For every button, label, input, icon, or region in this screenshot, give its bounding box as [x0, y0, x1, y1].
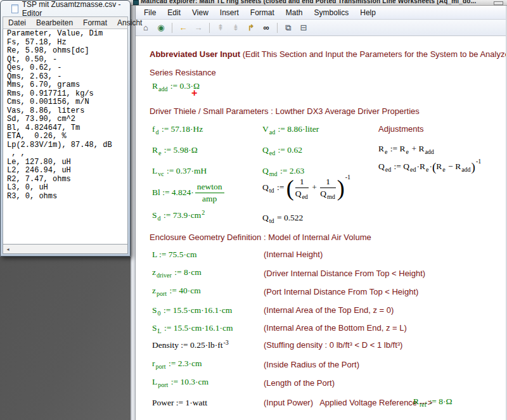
editor-title: TSP mit Zusamtzmasse.csv - Editor — [22, 0, 128, 18]
math-qtd-def[interactable]: Qtd := (1Qed + 1Qmd)-1 — [262, 177, 350, 199]
math-bl[interactable]: Bl := 4.824·newtonamp — [152, 182, 226, 204]
comment-top-area: (Internal Area of the Top End, z = 0) — [264, 305, 394, 315]
math-qmd[interactable]: Qmd := 2.63 — [262, 166, 304, 176]
editor-line: Lp(2.83V/1m), 87.48, dB — [7, 141, 127, 150]
heading-enclosure: Enclosure Geometry Definition : Model of… — [150, 232, 371, 242]
editor-line: Re, 5.98, ohms[dc] — [7, 47, 127, 56]
heading-series-resistance: Series Resistance — [150, 68, 216, 77]
editor-line: Qms, 2.63, - — [7, 73, 127, 82]
editor-titlebar[interactable]: TSP mit Zusamtzmasse.csv - Editor — [3, 1, 128, 16]
math-density[interactable]: Density := 0.25·lb·ft-3 — [152, 340, 229, 350]
scroll-left-arrow-icon[interactable]: ◂ — [3, 245, 13, 253]
editor-window: TSP mit Zusamtzmasse.csv - Editor DateiB… — [0, 0, 131, 257]
toolbar-separator — [277, 23, 278, 33]
math-s0[interactable]: S0 := 15.5·cm·16.1·cm — [152, 305, 232, 315]
mathcad-window: Mathcad explorer: Math TL ring sheets (c… — [131, 0, 507, 420]
math-lvc[interactable]: Lvc := 0.37·mH — [152, 166, 207, 176]
editor-line: Qes, 0.62, - — [7, 64, 127, 73]
editor-line: Vas, 8.86, liters — [7, 107, 127, 116]
screen: Mathcad explorer: Math TL ring sheets (c… — [0, 0, 507, 420]
menu-insert[interactable]: Insert — [214, 6, 245, 19]
comment-port-distance: (Port Internal Distance From Top < Heigh… — [264, 287, 418, 296]
toolbar-separator — [172, 23, 172, 33]
math-r-add[interactable]: Radd := 0.3·Ω — [152, 81, 200, 91]
editor-text-area[interactable]: Parameter, Value, DimFs, 57.18, HzRe, 5.… — [3, 29, 128, 245]
math-fd[interactable]: fd := 57.18·Hz — [152, 124, 203, 134]
math-z-port[interactable]: zport := 40·cm — [152, 286, 201, 296]
math-internal-height[interactable]: L := 75.5·cm — [152, 250, 196, 260]
math-sd[interactable]: Sd := 73.9·cm2 — [152, 210, 205, 220]
window-controls[interactable] — [494, 1, 503, 5]
math-qed-adjust[interactable]: Qed := Qed·Re·(Re − Radd)-1 — [378, 162, 481, 172]
mathcad-worksheet[interactable]: + Abbreviated User Input (Edit This Sect… — [136, 36, 506, 420]
comment-input-power: (Input Power) Applied Voltage Reference … — [264, 398, 432, 407]
editor-line: Cms, 0.001156, m/N — [7, 98, 127, 107]
math-qed[interactable]: Qed := 0.62 — [262, 145, 302, 155]
editor-line: Sd, 73.90, cm^2 — [7, 115, 127, 124]
math-r-ref[interactable]: Rref := 8·Ω — [413, 397, 452, 407]
menu-help[interactable]: Help — [354, 6, 382, 19]
editor-line: Le, 127.80, uH — [7, 158, 127, 167]
mathcad-menubar: FileEditViewInsertFormatMathSymbolicsHel… — [136, 6, 507, 20]
heading-adjustments: Adjustments — [378, 124, 424, 134]
mathcad-left-frame — [131, 6, 136, 420]
menu-datei[interactable]: Datei — [3, 17, 31, 29]
menu-view[interactable]: View — [186, 6, 214, 19]
editor-line: ETA, 0.26, % — [7, 132, 127, 141]
menu-ansicht[interactable]: Ansicht — [112, 17, 147, 29]
mathcad-titlebar[interactable]: Mathcad explorer: Math TL ring sheets (c… — [131, 0, 507, 6]
math-power[interactable]: Power := 1·watt — [152, 398, 207, 408]
editor-line: R3, 0, ohms — [7, 193, 127, 201]
menu-format[interactable]: Format — [78, 17, 112, 29]
editor-line: Mms, 6.70, grams — [7, 81, 127, 90]
editor-line: Qt, 0.50, - — [7, 56, 127, 65]
math-l-port[interactable]: Lport := 10.3·cm — [152, 377, 209, 387]
mathcad-title: Mathcad explorer: Math TL ring sheets (c… — [131, 0, 507, 4]
comment-port-length: (Length of the Port) — [264, 378, 335, 388]
world-icon[interactable]: ◉ — [155, 22, 167, 34]
editor-line: , , — [7, 150, 127, 158]
comment-bottom-area: (Internal Area of the Bottom End, z = L) — [264, 323, 407, 333]
menu-math[interactable]: Math — [280, 6, 309, 19]
editor-line: Rms, 0.917711, kg/s — [7, 90, 127, 99]
math-sL[interactable]: SL := 15.5·cm·16.1·cm — [152, 323, 233, 333]
back-icon[interactable]: ← — [177, 22, 189, 34]
menu-edit[interactable]: Edit — [162, 6, 186, 19]
forward-icon[interactable]: → — [192, 22, 205, 34]
editor-line: Parameter, Value, Dim — [7, 30, 127, 39]
find-icon[interactable]: ∞ — [260, 22, 273, 34]
math-re-adjust[interactable]: Re := Re + Radd — [378, 144, 435, 154]
export-icon[interactable]: ↱ — [245, 22, 257, 34]
math-z-driver[interactable]: zdriver := 8·cm — [152, 267, 202, 277]
math-re[interactable]: Re := 5.98·Ω — [152, 145, 198, 155]
menu-format[interactable]: Format — [245, 6, 280, 19]
comment-internal-height: (Internal Height) — [264, 250, 323, 259]
comment-stuffing-density: (Stuffing density : 0 lb/ft³ < D < 1 lb/… — [264, 340, 402, 350]
editor-menubar: DateiBearbeitenFormatAnsicht — [3, 16, 128, 29]
menu-bearbeiten[interactable]: Bearbeiten — [31, 17, 78, 29]
editor-line: Fs, 57.18, Hz — [7, 39, 127, 48]
comment-driver-distance: (Driver Internal Distance From Top < Hei… — [264, 269, 425, 278]
page-down-icon[interactable]: ⇟ — [229, 22, 242, 34]
toolbar-separator — [209, 23, 210, 33]
heading-driver-params: Driver Thiele / Small Parameters : Lowth… — [150, 106, 420, 116]
heading-user-input: Abbreviated User Input (Edit This Sectio… — [150, 49, 506, 59]
desktop-background — [0, 257, 131, 420]
comment-port-radius: (Inside Radius of the Port) — [264, 360, 359, 369]
mathcad-app-icon — [133, 0, 139, 5]
editor-line: L3, 0, uH — [7, 184, 127, 193]
editor-line: R2, 7.47, ohms — [7, 175, 127, 184]
mathcad-toolbar: ⌂◉←→⇞⇟↱∞⧉⊟ — [136, 20, 507, 36]
editor-line: Bl, 4.824647, Tm — [7, 124, 127, 133]
math-vad[interactable]: Vad := 8.86·liter — [262, 124, 319, 134]
page-up-icon[interactable]: ⇞ — [214, 22, 227, 34]
notepad-icon — [11, 4, 18, 13]
copy-icon[interactable]: ⧉ — [282, 22, 295, 34]
math-r-port[interactable]: rport := 2.3·cm — [152, 359, 202, 369]
menu-symbolics[interactable]: Symbolics — [309, 6, 355, 19]
print-icon[interactable]: ⊟ — [297, 22, 310, 34]
editor-horizontal-scrollbar[interactable]: ◂ — [3, 245, 128, 254]
editor-line: L2, 246.94, uH — [7, 167, 127, 175]
math-qtd-result[interactable]: Qtd = 0.522 — [262, 213, 303, 223]
